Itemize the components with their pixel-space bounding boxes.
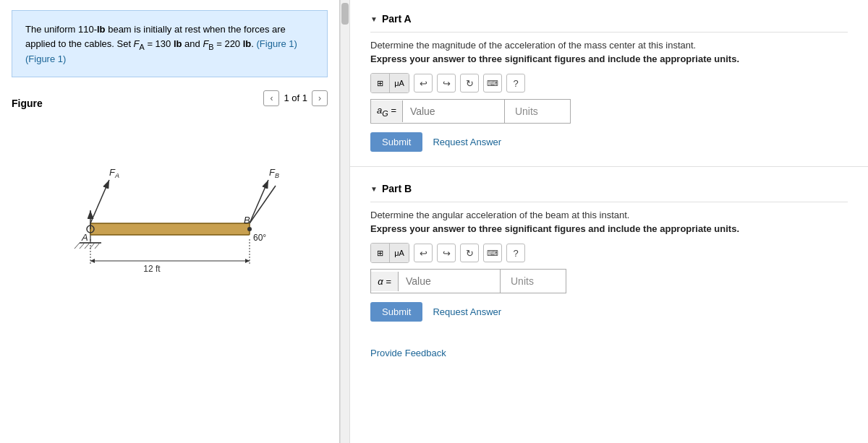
part-b-description: Determine the angular acceleration of th… <box>370 210 848 220</box>
feedback-section: Provide Feedback <box>350 333 868 363</box>
svg-line-10 <box>90 180 109 223</box>
keyboard-icon-a: ⌨ <box>487 79 498 88</box>
svg-line-6 <box>95 243 100 249</box>
part-b-triangle-icon: ▼ <box>370 185 378 193</box>
part-a-label: Part A <box>382 13 412 25</box>
help-btn-b[interactable]: ? <box>506 244 525 262</box>
undo-icon-a: ↩ <box>420 78 427 89</box>
keyboard-btn-a[interactable]: ⌨ <box>483 74 502 93</box>
part-b-instruction: Express your answer to three significant… <box>370 223 848 234</box>
figure-link[interactable]: (Figure 1) <box>257 38 297 49</box>
part-a-header[interactable]: ▼ Part A <box>370 7 848 33</box>
refresh-btn-a[interactable]: ↻ <box>460 74 479 93</box>
submit-btn-a[interactable]: Submit <box>370 132 422 152</box>
b-label: B <box>244 215 250 225</box>
part-b-label: Part B <box>382 183 412 194</box>
svg-line-4 <box>85 243 90 249</box>
refresh-icon-a: ↻ <box>466 78 474 89</box>
toolbar-b: ⊞ μA ↩ ↪ ↻ ⌨ ? <box>370 243 848 263</box>
undo-btn-b[interactable]: ↩ <box>414 244 433 262</box>
help-icon-a: ? <box>513 78 518 89</box>
toolbar-a: ⊞ μA ↩ ↪ ↻ ⌨ ? <box>370 73 848 93</box>
matrix-icon-a: ⊞ <box>377 79 383 88</box>
fa-label: FA <box>109 167 119 179</box>
mu-btn-b[interactable]: μA <box>390 244 409 262</box>
part-a-description: Determine the magnitude of the accelerat… <box>370 40 848 51</box>
redo-btn-a[interactable]: ↪ <box>437 74 456 93</box>
svg-line-11 <box>250 180 268 223</box>
mu-icon-b: μA <box>394 249 404 257</box>
keyboard-icon-b: ⌨ <box>487 249 498 258</box>
beam-length-label: 12 ft <box>143 264 161 274</box>
answer-label-b: α = <box>371 272 399 291</box>
value-input-a[interactable] <box>403 101 504 121</box>
svg-line-3 <box>80 243 85 249</box>
right-panel: ▼ Part A Determine the magnitude of the … <box>350 0 868 443</box>
scrollbar[interactable] <box>340 0 350 443</box>
submit-btn-b[interactable]: Submit <box>370 302 422 322</box>
a-label: A <box>81 232 88 243</box>
action-row-a: Submit Request Answer <box>370 132 848 152</box>
problem-text: The uniform 110-lb beam is initially at … <box>25 24 297 64</box>
redo-icon-a: ↪ <box>443 78 451 89</box>
figure-svg: A B 60° FA FB 12 ft <box>40 116 300 283</box>
mu-icon-a: μA <box>394 79 404 87</box>
answer-label-a: aG = <box>371 100 403 122</box>
figure-page: 1 of 1 <box>284 93 307 103</box>
keyboard-btn-b[interactable]: ⌨ <box>483 244 502 262</box>
undo-icon-b: ↩ <box>420 248 427 259</box>
refresh-btn-b[interactable]: ↻ <box>460 244 479 262</box>
svg-rect-7 <box>90 223 250 235</box>
refresh-icon-b: ↻ <box>466 248 474 259</box>
svg-point-9 <box>247 227 252 231</box>
figure-link-text[interactable]: (Figure 1) <box>25 53 66 64</box>
svg-line-2 <box>75 243 80 249</box>
prev-figure-button[interactable]: ‹ <box>263 90 279 106</box>
figure-area: Figure ‹ 1 of 1 › <box>0 77 339 443</box>
units-field-b: Units <box>501 271 566 291</box>
mu-btn-a[interactable]: μA <box>390 74 409 93</box>
part-b-section: ▼ Part B Determine the angular accelerat… <box>350 170 868 333</box>
undo-btn-a[interactable]: ↩ <box>414 74 433 93</box>
diagram-container: A B 60° FA FB 12 ft <box>12 116 328 283</box>
separator-ab <box>350 166 868 167</box>
provide-feedback-link[interactable]: Provide Feedback <box>350 343 467 363</box>
part-a-instruction: Express your answer to three significant… <box>370 53 848 64</box>
value-input-b[interactable] <box>399 271 500 291</box>
angle-label: 60° <box>253 233 266 243</box>
toolbar-b-group: ⊞ μA <box>370 243 409 263</box>
redo-btn-b[interactable]: ↪ <box>437 244 456 262</box>
answer-row-b: α = Units <box>370 269 566 293</box>
request-answer-link-a[interactable]: Request Answer <box>433 137 501 147</box>
svg-line-12 <box>250 186 276 223</box>
figure-nav: ‹ 1 of 1 › <box>263 90 328 106</box>
part-b-header[interactable]: ▼ Part B <box>370 177 848 202</box>
next-figure-button[interactable]: › <box>312 90 328 106</box>
figure-label: Figure <box>12 98 43 109</box>
toolbar-a-group: ⊞ μA <box>370 73 409 93</box>
matrix-btn-b[interactable]: ⊞ <box>371 244 390 262</box>
help-icon-b: ? <box>513 248 518 259</box>
part-a-section: ▼ Part A Determine the magnitude of the … <box>350 0 868 163</box>
fb-label: FB <box>269 167 279 179</box>
problem-statement: The uniform 110-lb beam is initially at … <box>12 10 328 77</box>
matrix-icon-b: ⊞ <box>377 249 383 258</box>
action-row-b: Submit Request Answer <box>370 302 848 322</box>
help-btn-a[interactable]: ? <box>506 74 525 93</box>
left-panel: The uniform 110-lb beam is initially at … <box>0 0 340 443</box>
redo-icon-b: ↪ <box>443 248 451 259</box>
matrix-btn-a[interactable]: ⊞ <box>371 74 390 93</box>
units-field-a: Units <box>505 101 570 121</box>
part-a-triangle-icon: ▼ <box>370 15 378 23</box>
answer-row-a: aG = Units <box>370 99 571 124</box>
request-answer-link-b[interactable]: Request Answer <box>433 306 501 317</box>
